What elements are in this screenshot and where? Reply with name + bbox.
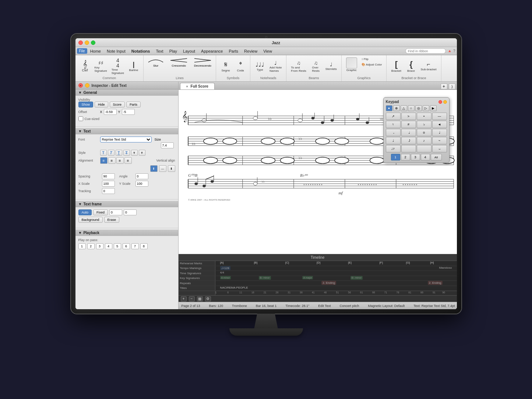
kp-7[interactable]: ♩7 — [386, 145, 401, 152]
kp-tool-1[interactable]: ● — [386, 105, 392, 111]
menu-view[interactable]: View — [260, 48, 275, 54]
search-input[interactable] — [405, 48, 446, 54]
valign-bot-button[interactable]: ⬇ — [168, 165, 175, 172]
segno-button[interactable]: 𝄋 Segno — [219, 60, 232, 73]
score-add-button[interactable]: + — [441, 84, 447, 89]
menu-note-input[interactable]: Note Input — [104, 48, 128, 54]
kp-flat[interactable]: ♭ — [417, 121, 431, 128]
kp-quarter3[interactable]: ♩ — [386, 137, 401, 144]
valign-mid-button[interactable]: — — [159, 165, 166, 172]
kp-gt[interactable]: > — [401, 113, 416, 120]
align-left-button[interactable]: ≡ — [100, 157, 108, 164]
kp-empty2[interactable] — [417, 145, 431, 152]
kp-arrow[interactable]: ↗ — [386, 113, 401, 120]
yscale-input[interactable] — [135, 181, 148, 187]
parts-button[interactable]: Parts — [126, 102, 141, 107]
kp-whole-sm[interactable]: o — [417, 129, 431, 136]
kp-page-all[interactable]: All — [431, 154, 442, 160]
score-button[interactable]: Score — [110, 102, 125, 107]
angle-input[interactable] — [135, 173, 148, 179]
crescendo-button[interactable]: Crescendo — [169, 57, 189, 67]
tracking-input[interactable] — [102, 188, 115, 194]
xscale-input[interactable] — [102, 181, 115, 187]
menu-text[interactable]: Text — [153, 48, 166, 54]
strikethrough-button[interactable]: T — [123, 150, 130, 156]
time-sig-button[interactable]: 44 TimeSignature — [110, 57, 126, 75]
cue-sized-checkbox[interactable] — [78, 116, 83, 121]
kp-tool-2[interactable]: ⊕ — [393, 105, 400, 111]
minimize-button[interactable] — [85, 40, 89, 45]
over-rests-button[interactable]: ♫ OverRests — [309, 59, 323, 73]
pass-2[interactable]: 2 — [87, 243, 95, 249]
menu-parts[interactable]: Parts — [226, 48, 241, 54]
menu-review[interactable]: Review — [241, 48, 260, 54]
brace-button[interactable]: { Brace — [404, 59, 418, 73]
close-button[interactable] — [78, 40, 83, 45]
adjust-color-button[interactable]: 🎨Adjust Color — [360, 62, 384, 67]
show-button[interactable]: Show — [78, 102, 94, 107]
playback-section-header[interactable]: ▼ Playback — [75, 230, 178, 236]
underline-button[interactable]: T — [116, 150, 122, 156]
graphic-button[interactable]: Graphic — [345, 57, 359, 73]
maximize-button[interactable] — [91, 40, 95, 45]
full-score-tab[interactable]: × Full Score — [180, 83, 215, 89]
tab-close-icon[interactable]: × — [186, 85, 188, 88]
kp-page-2[interactable]: 2 — [401, 154, 410, 160]
size-input[interactable] — [161, 142, 174, 148]
fixed-button[interactable]: Fixed — [93, 209, 108, 215]
tl-group-button[interactable]: ▦ — [197, 296, 203, 301]
to-from-rests-button[interactable]: ♫ To andFrom Rests — [289, 59, 307, 73]
valign-top-button[interactable]: ⬆ — [150, 165, 158, 172]
superscript-button[interactable]: T — [131, 150, 138, 156]
tl-settings-button[interactable]: ⚙ — [205, 296, 211, 301]
text-frame-header[interactable]: ▼ Text frame — [75, 201, 178, 207]
clef-button[interactable]: 𝄞 Clef — [78, 60, 92, 73]
kp-tool-7[interactable]: ▶ — [430, 105, 437, 111]
kp-back[interactable]: ◄ — [432, 121, 447, 128]
pass-4[interactable]: 4 — [105, 243, 112, 249]
inspector-close[interactable]: × — [78, 83, 83, 88]
score-expand-button[interactable]: ⟩ — [449, 84, 455, 89]
type-button[interactable]: ♩♩♩ Type — [253, 60, 267, 72]
erase-button[interactable]: Erase — [104, 217, 120, 223]
pass-1[interactable]: 1 — [78, 243, 86, 249]
align-right-button[interactable]: ≡ — [116, 157, 124, 164]
y-offset-input[interactable] — [122, 109, 135, 115]
kp-tool-5[interactable]: ◎ — [415, 105, 422, 111]
font-select[interactable]: Reprise Text Std — [100, 137, 152, 142]
hide-button[interactable]: Hide — [95, 102, 108, 107]
kp-dash[interactable]: — — [432, 113, 447, 120]
pass-7[interactable]: 7 — [131, 243, 139, 249]
inspector-minimize[interactable] — [85, 83, 89, 88]
spacing-input[interactable] — [102, 173, 115, 179]
menu-home[interactable]: Home — [87, 48, 104, 54]
kp-page-4[interactable]: 4 — [421, 154, 430, 160]
kp-eighth[interactable]: 𝅘𝅥𝅯 — [401, 137, 416, 144]
add-note-names-button[interactable]: ♩ Add NoteNames — [268, 59, 283, 73]
tl-add-button[interactable]: + — [181, 296, 187, 301]
align-justify-button[interactable]: ≡ — [124, 157, 132, 164]
menu-appearance[interactable]: Appearance — [198, 48, 226, 54]
stemlets-button[interactable]: ♩ Stemlets — [324, 61, 338, 71]
kp-quarter[interactable]: 𝅘𝅥 — [401, 129, 416, 136]
kp-empty1[interactable] — [401, 145, 416, 152]
kp-page-3[interactable]: 3 — [411, 154, 420, 160]
barline-button[interactable]: | Barline — [127, 60, 140, 73]
menu-layout[interactable]: Layout — [180, 48, 198, 54]
frame-value2-input[interactable] — [124, 209, 137, 215]
decrescendo-button[interactable]: Decrescendo — [193, 57, 213, 67]
kp-dot[interactable]: • — [417, 113, 431, 120]
slur-button[interactable]: Slur — [147, 57, 165, 67]
kp-tilde[interactable]: ~ — [432, 137, 447, 144]
kp-note[interactable]: ♪ — [417, 137, 431, 144]
pass-6[interactable]: 6 — [123, 243, 130, 249]
menu-play[interactable]: Play — [166, 48, 180, 54]
bracket-button[interactable]: [ Bracket — [390, 59, 403, 73]
italic-button[interactable]: T — [108, 150, 114, 156]
kp-half[interactable]: 𝅗 — [386, 129, 401, 136]
tl-remove-button[interactable]: − — [189, 296, 195, 301]
coda-button[interactable]: 𝄌 Coda — [234, 60, 247, 73]
kp-natural[interactable]: ♮ — [386, 121, 401, 128]
kp-tool-3[interactable]: △ — [401, 105, 407, 111]
menu-file[interactable]: File — [77, 48, 87, 54]
